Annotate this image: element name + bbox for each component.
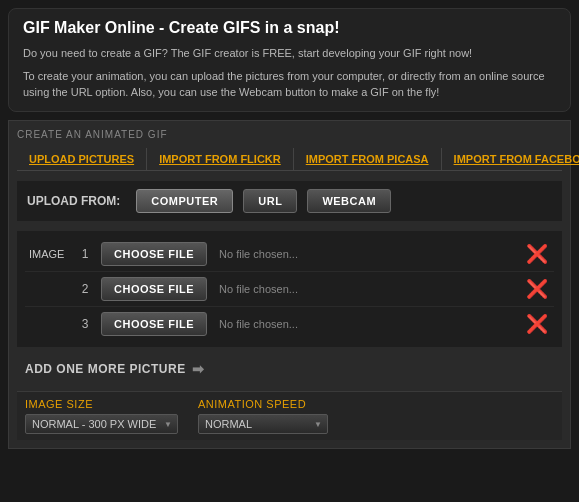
image-row-3: 3 CHOOSE FILE No file chosen... ❌ [25,307,554,341]
bottom-options: IMAGE SIZE NORMAL - 300 PX WIDE SMALL - … [17,391,562,440]
choose-file-button-1[interactable]: CHOOSE FILE [101,242,207,266]
image-size-title: IMAGE SIZE [25,398,178,410]
tab-import-flickr[interactable]: IMPORT FROM FLICKR [147,148,294,170]
file-name-1: No file chosen... [215,248,516,260]
remove-image-1[interactable]: ❌ [524,245,550,263]
animation-speed-title: ANIMATION SPEED [198,398,328,410]
image-size-accent: SIZE [67,398,93,410]
section-label: CREATE AN ANIMATED GIF [17,129,562,140]
image-size-title-text: IMAGE [25,398,63,410]
animation-speed-select-wrapper: NORMAL FAST SLOW [198,414,328,434]
choose-file-button-3[interactable]: CHOOSE FILE [101,312,207,336]
image-number-3: 3 [77,317,93,331]
arrow-icon: ➡ [192,361,205,377]
add-more-row: ADD ONE MORE PICTURE ➡ [17,355,562,383]
header-desc1: Do you need to create a GIF? The GIF cre… [23,45,556,62]
header-panel: GIF Maker Online - Create GIFS in a snap… [8,8,571,112]
remove-image-3[interactable]: ❌ [524,315,550,333]
file-name-3: No file chosen... [215,318,516,330]
choose-file-button-2[interactable]: CHOOSE FILE [101,277,207,301]
image-size-select[interactable]: NORMAL - 300 PX WIDE SMALL - 200 PX WIDE… [25,414,178,434]
page-title: GIF Maker Online - Create GIFS in a snap… [23,19,556,37]
tab-import-facebook[interactable]: IMPORT FROM FACEBOOK [442,148,579,170]
image-row-2: 2 CHOOSE FILE No file chosen... ❌ [25,272,554,307]
add-more-label: ADD ONE MORE PICTURE [25,362,186,376]
tab-import-picasa[interactable]: IMPORT FROM PICASA [294,148,442,170]
animation-speed-title-text: ANIMATION [198,398,263,410]
url-button[interactable]: URL [243,189,297,213]
main-panel: CREATE AN ANIMATED GIF UPLOAD PICTURES I… [8,120,571,449]
upload-from-label: UPLOAD FROM: [27,194,120,208]
tab-upload-pictures[interactable]: UPLOAD PICTURES [17,148,147,170]
remove-image-2[interactable]: ❌ [524,280,550,298]
tabs-row: UPLOAD PICTURES IMPORT FROM FLICKR IMPOR… [17,148,562,171]
image-label: IMAGE [29,248,69,260]
webcam-button[interactable]: WEBCAM [307,189,391,213]
file-name-2: No file chosen... [215,283,516,295]
animation-speed-select[interactable]: NORMAL FAST SLOW [198,414,328,434]
images-section: IMAGE 1 CHOOSE FILE No file chosen... ❌ … [17,231,562,347]
header-desc2: To create your animation, you can upload… [23,68,556,101]
image-number-2: 2 [77,282,93,296]
image-size-select-wrapper: NORMAL - 300 PX WIDE SMALL - 200 PX WIDE… [25,414,178,434]
image-number-1: 1 [77,247,93,261]
image-size-group: IMAGE SIZE NORMAL - 300 PX WIDE SMALL - … [25,398,178,434]
computer-button[interactable]: COMPUTER [136,189,233,213]
image-row-1: IMAGE 1 CHOOSE FILE No file chosen... ❌ [25,237,554,272]
animation-speed-group: ANIMATION SPEED NORMAL FAST SLOW [198,398,328,434]
upload-from-row: UPLOAD FROM: COMPUTER URL WEBCAM [17,181,562,221]
animation-speed-accent: SPEED [266,398,306,410]
add-more-button[interactable]: ADD ONE MORE PICTURE ➡ [25,361,204,377]
